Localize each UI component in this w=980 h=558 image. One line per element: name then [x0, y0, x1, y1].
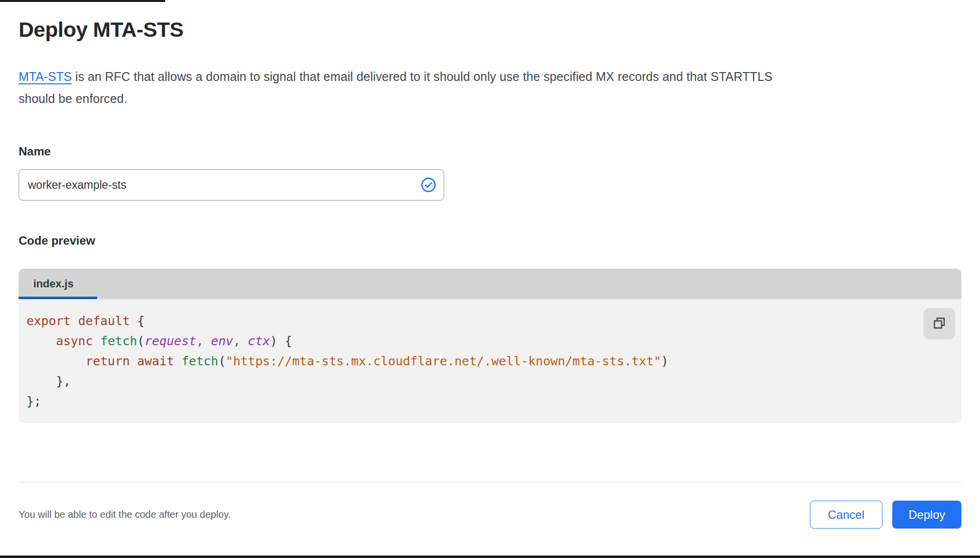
page-title: Deploy MTA-STS	[19, 17, 961, 42]
code-line: async fetch(request, env, ctx) {	[26, 331, 912, 351]
name-input[interactable]	[19, 169, 444, 201]
code-line: },	[26, 371, 912, 391]
code-preview-label: Code preview	[19, 233, 961, 248]
name-field-wrap	[19, 169, 444, 201]
window-frame-top	[0, 0, 165, 2]
tab-index-js-label: index.js	[33, 278, 74, 290]
code-line: };	[26, 391, 912, 411]
copy-icon	[931, 315, 947, 332]
footer-note: You will be able to edit the code after …	[19, 509, 231, 520]
description-line2: should be enforced.	[19, 92, 127, 105]
tab-index-js[interactable]: index.js	[19, 269, 97, 299]
footer: You will be able to edit the code after …	[19, 501, 961, 529]
page-description: MTA-STS is an RFC that allows a domain t…	[19, 66, 961, 110]
code-tab-bar: index.js	[19, 269, 961, 299]
cancel-button[interactable]: Cancel	[810, 501, 883, 529]
footer-divider	[19, 482, 961, 482]
name-field-label: Name	[19, 144, 961, 158]
code-preview-card: index.js export default { async fetch(re…	[19, 269, 961, 423]
description-line1: is an RFC that allows a domain to signal…	[72, 70, 773, 83]
copy-code-button[interactable]	[924, 308, 955, 339]
window-frame-bottom	[0, 556, 980, 558]
code-editor: export default { async fetch(request, en…	[19, 299, 961, 423]
code-line: return await fetch("https://mta-sts.mx.c…	[26, 351, 912, 371]
code-line: export default {	[26, 311, 912, 331]
deploy-mta-sts-page: Deploy MTA-STS MTA-STS is an RFC that al…	[0, 17, 980, 529]
footer-actions: Cancel Deploy	[810, 501, 961, 529]
mta-sts-link[interactable]: MTA-STS	[19, 70, 72, 83]
code-lines: export default { async fetch(request, en…	[26, 311, 912, 411]
deploy-button[interactable]: Deploy	[892, 501, 961, 529]
